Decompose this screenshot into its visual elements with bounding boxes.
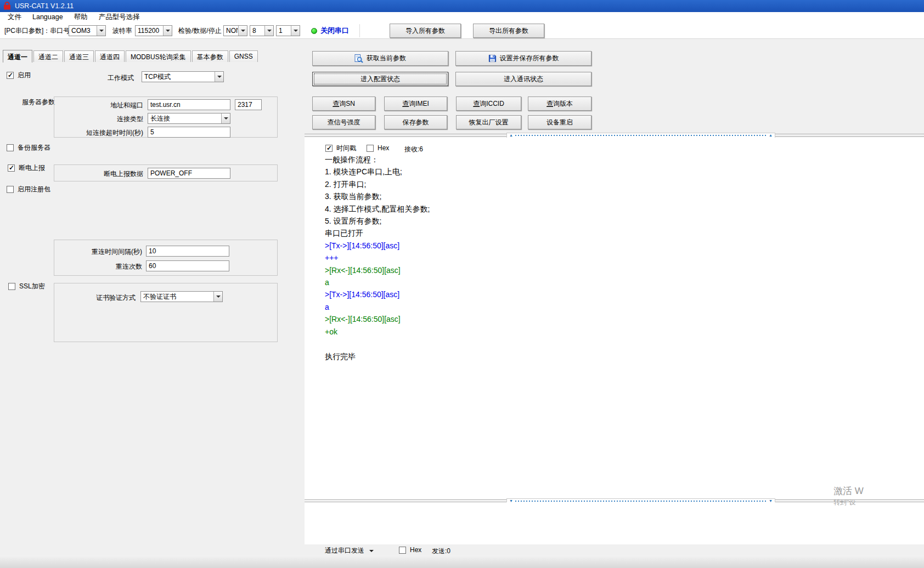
timestamp-row[interactable]: 时间戳: [325, 144, 356, 152]
ssl-group: 证书验证方式 不验证证书: [54, 283, 278, 342]
tab-MODBUS轮询采集[interactable]: MODBUS轮询采集: [126, 50, 191, 62]
menu-bar: 文件Language帮助产品型号选择: [0, 12, 924, 22]
databits-select[interactable]: 8: [250, 25, 274, 36]
send-via-serial-dropdown[interactable]: 通过串口发送: [325, 546, 374, 555]
conn-type-select[interactable]: 长连接: [148, 113, 230, 124]
backup-server-checkbox[interactable]: [7, 144, 14, 151]
short-timeout-input[interactable]: [148, 127, 230, 138]
app-icon: [3, 2, 12, 10]
enter-comm-state-button[interactable]: 进入通讯状态: [455, 72, 591, 86]
frame-label: 检验/数据/停止: [178, 22, 222, 39]
backup-server-row[interactable]: 备份服务器: [7, 144, 50, 151]
chevron-down-icon[interactable]: [291, 26, 300, 36]
title-bar[interactable]: USR-CAT1 V1.2.11: [0, 0, 924, 12]
import-params-button[interactable]: 导入所有参数: [390, 24, 461, 38]
send-hex-row[interactable]: Hex: [399, 546, 421, 554]
chevron-down-icon[interactable]: [215, 72, 223, 82]
reconnect-times-input[interactable]: [146, 260, 229, 271]
export-params-button[interactable]: 导出所有参数: [473, 24, 544, 38]
query-signal-button[interactable]: 查信号强度: [312, 115, 375, 129]
baud-label: 波特率: [112, 22, 132, 39]
device-restart-button[interactable]: 设备重启: [528, 115, 591, 129]
enable-checkbox[interactable]: [7, 72, 14, 79]
enter-config-state-button[interactable]: 进入配置状态: [312, 72, 448, 86]
power-data-label: 断电上报数据: [54, 169, 143, 179]
cert-verify-select[interactable]: 不验证证书: [140, 291, 223, 302]
chevron-down-icon[interactable]: [163, 26, 172, 36]
set-save-all-button[interactable]: 设置并保存所有参数: [455, 51, 591, 66]
query-sn-button[interactable]: 查询SN: [312, 96, 375, 111]
recv-hex-checkbox[interactable]: [367, 145, 374, 152]
query-iccid-button[interactable]: 查询ICCID: [456, 96, 521, 111]
chevron-down-icon[interactable]: [97, 26, 105, 36]
reconnect-interval-input[interactable]: [146, 246, 229, 257]
log-line: 5. 设置所有参数;: [325, 215, 890, 227]
log-line: 执行完毕: [325, 350, 890, 362]
parity-select[interactable]: NONI: [223, 25, 247, 36]
factory-reset-button[interactable]: 恢复出厂设置: [456, 115, 521, 129]
log-line: 串口已打开: [325, 227, 890, 239]
recv-hex-row[interactable]: Hex: [367, 144, 389, 152]
collapse-arrow-icon[interactable]: ▲: [509, 133, 513, 138]
log-line: 1. 模块连PC串口,上电;: [325, 166, 890, 178]
log-line: a: [325, 276, 890, 288]
server-address-input[interactable]: [148, 99, 230, 110]
tab-通道一[interactable]: 通道一: [3, 50, 32, 63]
log-splitter[interactable]: ▲ ▲: [305, 134, 924, 137]
reconnect-group: 重连时间间隔(秒) 重连次数: [54, 240, 278, 276]
menu-item-帮助[interactable]: 帮助: [69, 12, 93, 22]
power-report-checkbox[interactable]: [8, 164, 15, 172]
tab-通道四[interactable]: 通道四: [95, 50, 125, 62]
menu-item-产品型号选择[interactable]: 产品型号选择: [93, 12, 145, 22]
ssl-row[interactable]: SSL加密: [8, 282, 45, 290]
com-port-select[interactable]: COM3: [69, 25, 106, 36]
menu-item-Language[interactable]: Language: [27, 12, 69, 22]
get-params-button[interactable]: 获取当前参数: [312, 51, 448, 66]
reconnect-interval-label: 重连时间间隔(秒): [54, 247, 142, 257]
baud-select[interactable]: 115200: [135, 25, 172, 36]
log-line: >[Tx->][14:56:50][asc]: [325, 240, 890, 252]
conn-type-label: 连接类型: [54, 115, 143, 124]
reg-packet-row[interactable]: 启用注册包: [7, 185, 50, 193]
work-mode-select[interactable]: TCP模式: [142, 71, 224, 82]
collapse-arrow-icon[interactable]: ▲: [769, 133, 773, 138]
tab-通道三[interactable]: 通道三: [64, 50, 94, 62]
search-document-icon: [354, 54, 363, 63]
power-data-input[interactable]: [148, 168, 230, 179]
power-report-row[interactable]: 断电上报: [8, 164, 45, 172]
backup-server-label: 备份服务器: [18, 143, 50, 152]
save-params-button[interactable]: 保存参数: [384, 115, 447, 129]
chevron-down-icon[interactable]: [264, 26, 273, 36]
reg-packet-checkbox[interactable]: [7, 186, 14, 193]
floppy-disk-icon: [488, 54, 497, 63]
reconnect-times-label: 重连次数: [54, 262, 142, 271]
log-line: 2. 打开串口;: [325, 178, 890, 190]
timestamp-checkbox[interactable]: [325, 145, 333, 152]
tab-基本参数[interactable]: 基本参数: [192, 50, 228, 62]
query-imei-button[interactable]: 查询IMEI: [384, 96, 447, 111]
close-port-button[interactable]: 关闭串口: [320, 22, 349, 39]
tab-通道二[interactable]: 通道二: [33, 50, 63, 62]
log-line: 一般操作流程：: [325, 154, 890, 166]
timestamp-label: 时间戳: [336, 144, 356, 153]
tab-GNSS[interactable]: GNSS: [229, 50, 258, 62]
menu-item-文件[interactable]: 文件: [2, 12, 27, 22]
send-input-area[interactable]: [305, 502, 924, 544]
enable-label: 启用: [18, 71, 31, 80]
log-line: +ok: [325, 326, 890, 338]
activate-windows-watermark-line1: 激活 W: [833, 485, 864, 497]
chevron-down-icon[interactable]: [238, 26, 247, 36]
serial-toolbar: [PC串口参数]：串口号 COM3 波特率 115200 检验/数据/停止 NO…: [0, 22, 924, 39]
stopbits-select[interactable]: 1: [276, 25, 300, 36]
send-via-serial-label: 通过串口发送: [325, 546, 364, 555]
query-version-button[interactable]: 查询版本: [528, 96, 591, 111]
chevron-down-icon[interactable]: [213, 292, 222, 302]
chevron-down-icon[interactable]: [221, 113, 230, 123]
send-hex-checkbox[interactable]: [399, 547, 406, 554]
channel-tabs: 通道一通道二通道三通道四MODBUS轮询采集基本参数GNSS: [3, 49, 259, 62]
server-params-group: 地址和端口 连接类型 长连接 短连接超时时间(秒): [54, 96, 278, 138]
ssl-checkbox[interactable]: [8, 283, 15, 290]
activate-windows-watermark-line2: 转到"设: [833, 498, 855, 507]
server-port-input[interactable]: [235, 99, 262, 110]
enable-checkbox-row[interactable]: 启用: [7, 71, 31, 79]
